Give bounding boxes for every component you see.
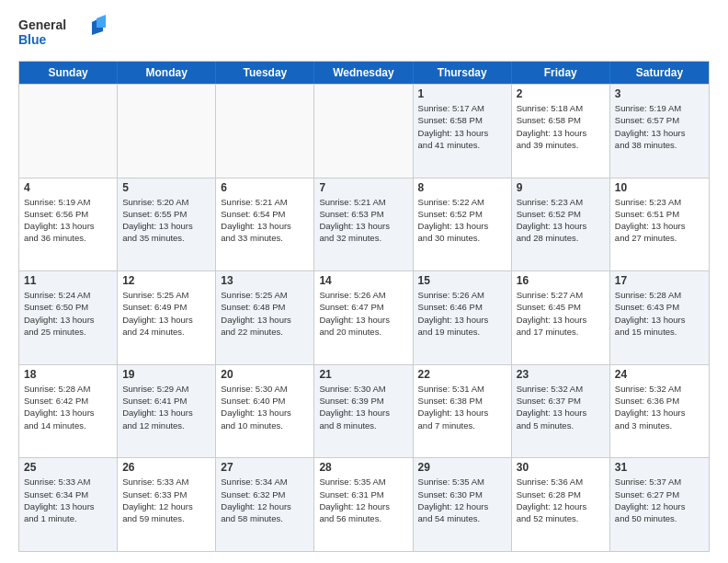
day-number: 12	[122, 274, 210, 287]
calendar-cell: 26Sunrise: 5:33 AM Sunset: 6:33 PM Dayli…	[118, 458, 216, 551]
calendar-cell	[19, 85, 118, 178]
calendar-body: 1Sunrise: 5:17 AM Sunset: 6:58 PM Daylig…	[19, 84, 709, 551]
calendar-cell: 24Sunrise: 5:32 AM Sunset: 6:36 PM Dayli…	[610, 365, 709, 458]
calendar-row-4: 25Sunrise: 5:33 AM Sunset: 6:34 PM Dayli…	[19, 457, 709, 551]
day-number: 29	[418, 461, 506, 474]
day-info: Sunrise: 5:26 AM Sunset: 6:46 PM Dayligh…	[418, 289, 506, 338]
day-number: 4	[24, 181, 112, 194]
calendar-cell: 25Sunrise: 5:33 AM Sunset: 6:34 PM Dayli…	[19, 458, 118, 551]
calendar-cell: 9Sunrise: 5:23 AM Sunset: 6:52 PM Daylig…	[512, 178, 610, 271]
day-number: 21	[319, 368, 407, 381]
day-info: Sunrise: 5:23 AM Sunset: 6:51 PM Dayligh…	[615, 196, 704, 245]
header-day-thursday: Thursday	[414, 62, 512, 84]
day-info: Sunrise: 5:28 AM Sunset: 6:43 PM Dayligh…	[615, 289, 704, 338]
header-day-sunday: Sunday	[19, 62, 118, 84]
page: General Blue SundayMondayTuesdayWednesda…	[0, 0, 728, 563]
calendar-cell: 28Sunrise: 5:35 AM Sunset: 6:31 PM Dayli…	[314, 458, 413, 551]
day-info: Sunrise: 5:18 AM Sunset: 6:58 PM Dayligh…	[517, 102, 605, 151]
svg-marker-4	[97, 15, 106, 28]
calendar-cell: 23Sunrise: 5:32 AM Sunset: 6:37 PM Dayli…	[512, 365, 610, 458]
calendar-cell	[216, 85, 314, 178]
day-info: Sunrise: 5:20 AM Sunset: 6:55 PM Dayligh…	[122, 196, 210, 245]
day-info: Sunrise: 5:31 AM Sunset: 6:38 PM Dayligh…	[418, 383, 506, 431]
header: General Blue	[18, 15, 710, 52]
calendar-cell: 5Sunrise: 5:20 AM Sunset: 6:55 PM Daylig…	[118, 178, 216, 271]
header-day-tuesday: Tuesday	[216, 62, 314, 84]
calendar: SundayMondayTuesdayWednesdayThursdayFrid…	[18, 61, 710, 552]
day-info: Sunrise: 5:32 AM Sunset: 6:37 PM Dayligh…	[517, 383, 605, 431]
day-info: Sunrise: 5:33 AM Sunset: 6:34 PM Dayligh…	[24, 476, 112, 524]
day-number: 24	[615, 368, 704, 381]
day-info: Sunrise: 5:37 AM Sunset: 6:27 PM Dayligh…	[615, 476, 704, 524]
calendar-cell: 16Sunrise: 5:27 AM Sunset: 6:45 PM Dayli…	[512, 271, 610, 364]
day-number: 5	[122, 181, 210, 194]
day-number: 28	[319, 461, 407, 474]
logo: General Blue	[18, 15, 106, 52]
day-info: Sunrise: 5:36 AM Sunset: 6:28 PM Dayligh…	[517, 476, 605, 524]
day-number: 16	[517, 274, 605, 287]
header-day-saturday: Saturday	[610, 62, 709, 84]
calendar-row-3: 18Sunrise: 5:28 AM Sunset: 6:42 PM Dayli…	[19, 364, 709, 458]
day-number: 10	[615, 181, 704, 194]
day-info: Sunrise: 5:30 AM Sunset: 6:40 PM Dayligh…	[221, 383, 309, 431]
calendar-cell: 1Sunrise: 5:17 AM Sunset: 6:58 PM Daylig…	[414, 85, 512, 178]
day-info: Sunrise: 5:33 AM Sunset: 6:33 PM Dayligh…	[122, 476, 210, 524]
calendar-row-2: 11Sunrise: 5:24 AM Sunset: 6:50 PM Dayli…	[19, 270, 709, 364]
calendar-cell: 18Sunrise: 5:28 AM Sunset: 6:42 PM Dayli…	[19, 365, 118, 458]
day-number: 20	[221, 368, 309, 381]
calendar-cell: 14Sunrise: 5:26 AM Sunset: 6:47 PM Dayli…	[314, 271, 413, 364]
day-info: Sunrise: 5:34 AM Sunset: 6:32 PM Dayligh…	[221, 476, 309, 524]
day-info: Sunrise: 5:28 AM Sunset: 6:42 PM Dayligh…	[24, 383, 112, 431]
header-day-wednesday: Wednesday	[314, 62, 413, 84]
day-info: Sunrise: 5:26 AM Sunset: 6:47 PM Dayligh…	[319, 289, 407, 338]
day-info: Sunrise: 5:21 AM Sunset: 6:54 PM Dayligh…	[221, 196, 309, 245]
day-info: Sunrise: 5:29 AM Sunset: 6:41 PM Dayligh…	[122, 383, 210, 431]
day-info: Sunrise: 5:35 AM Sunset: 6:31 PM Dayligh…	[319, 476, 407, 524]
day-info: Sunrise: 5:23 AM Sunset: 6:52 PM Dayligh…	[517, 196, 605, 245]
calendar-row-0: 1Sunrise: 5:17 AM Sunset: 6:58 PM Daylig…	[19, 84, 709, 178]
calendar-cell: 27Sunrise: 5:34 AM Sunset: 6:32 PM Dayli…	[216, 458, 314, 551]
calendar-cell: 17Sunrise: 5:28 AM Sunset: 6:43 PM Dayli…	[610, 271, 709, 364]
day-number: 2	[517, 87, 605, 100]
day-info: Sunrise: 5:30 AM Sunset: 6:39 PM Dayligh…	[319, 383, 407, 431]
day-number: 26	[122, 461, 210, 474]
day-number: 19	[122, 368, 210, 381]
calendar-cell: 4Sunrise: 5:19 AM Sunset: 6:56 PM Daylig…	[19, 178, 118, 271]
day-number: 11	[24, 274, 112, 287]
day-number: 1	[418, 87, 506, 100]
day-number: 13	[221, 274, 309, 287]
calendar-cell: 11Sunrise: 5:24 AM Sunset: 6:50 PM Dayli…	[19, 271, 118, 364]
calendar-cell: 22Sunrise: 5:31 AM Sunset: 6:38 PM Dayli…	[414, 365, 512, 458]
day-number: 25	[24, 461, 112, 474]
calendar-cell: 29Sunrise: 5:35 AM Sunset: 6:30 PM Dayli…	[414, 458, 512, 551]
day-number: 30	[517, 461, 605, 474]
day-number: 17	[615, 274, 704, 287]
day-number: 22	[418, 368, 506, 381]
day-number: 7	[319, 181, 407, 194]
day-number: 23	[517, 368, 605, 381]
day-number: 3	[615, 87, 704, 100]
day-info: Sunrise: 5:32 AM Sunset: 6:36 PM Dayligh…	[615, 383, 704, 431]
day-info: Sunrise: 5:35 AM Sunset: 6:30 PM Dayligh…	[418, 476, 506, 524]
calendar-cell: 21Sunrise: 5:30 AM Sunset: 6:39 PM Dayli…	[314, 365, 413, 458]
day-number: 27	[221, 461, 309, 474]
calendar-cell: 31Sunrise: 5:37 AM Sunset: 6:27 PM Dayli…	[610, 458, 709, 551]
calendar-cell	[314, 85, 413, 178]
day-number: 9	[517, 181, 605, 194]
calendar-cell: 7Sunrise: 5:21 AM Sunset: 6:53 PM Daylig…	[314, 178, 413, 271]
calendar-cell: 30Sunrise: 5:36 AM Sunset: 6:28 PM Dayli…	[512, 458, 610, 551]
day-info: Sunrise: 5:22 AM Sunset: 6:52 PM Dayligh…	[418, 196, 506, 245]
day-info: Sunrise: 5:24 AM Sunset: 6:50 PM Dayligh…	[24, 289, 112, 338]
day-number: 14	[319, 274, 407, 287]
calendar-cell: 13Sunrise: 5:25 AM Sunset: 6:48 PM Dayli…	[216, 271, 314, 364]
svg-text:General: General	[18, 17, 66, 32]
day-info: Sunrise: 5:17 AM Sunset: 6:58 PM Dayligh…	[418, 102, 506, 151]
calendar-cell: 12Sunrise: 5:25 AM Sunset: 6:49 PM Dayli…	[118, 271, 216, 364]
svg-text:Blue: Blue	[18, 32, 47, 47]
calendar-cell: 8Sunrise: 5:22 AM Sunset: 6:52 PM Daylig…	[414, 178, 512, 271]
day-number: 8	[418, 181, 506, 194]
day-number: 31	[615, 461, 704, 474]
day-info: Sunrise: 5:21 AM Sunset: 6:53 PM Dayligh…	[319, 196, 407, 245]
calendar-row-1: 4Sunrise: 5:19 AM Sunset: 6:56 PM Daylig…	[19, 178, 709, 271]
calendar-cell: 15Sunrise: 5:26 AM Sunset: 6:46 PM Dayli…	[414, 271, 512, 364]
